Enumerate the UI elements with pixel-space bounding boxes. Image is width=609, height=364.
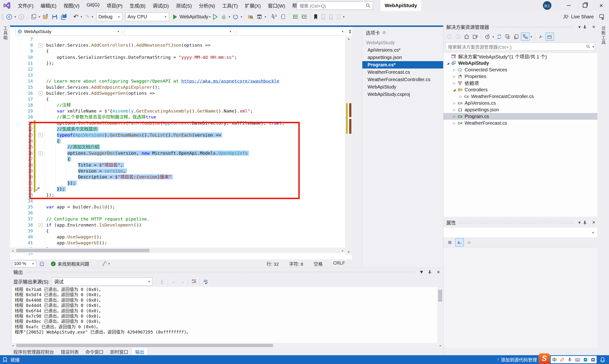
navigate-caret[interactable]: ▾ <box>264 15 267 19</box>
fold-collapse-icon[interactable]: − <box>39 133 43 137</box>
output-vertical-scrollbar[interactable] <box>437 287 443 343</box>
tree-item-appsettings-json[interactable]: ▷{}appsettings.json <box>443 106 597 113</box>
code-line[interactable]: 38−if (app.Environment.IsDevelopment()) <box>10 222 345 228</box>
menu-item[interactable]: 文件(F) <box>14 0 37 11</box>
navigate-forward-button[interactable] <box>17 12 26 21</box>
save-all-button[interactable] <box>59 12 69 21</box>
tree-expander[interactable]: ▷ <box>452 121 457 125</box>
minimize-button[interactable] <box>561 0 576 11</box>
close-pane-icon[interactable]: × <box>590 219 597 225</box>
editor-vertical-scrollbar[interactable]: ▲ ▼ <box>345 36 352 255</box>
code-line[interactable]: 27 { <box>10 156 345 162</box>
code-line[interactable]: 13 <box>10 72 345 78</box>
scrollbar-thumb[interactable] <box>438 290 442 302</box>
previous-message-button[interactable]: ← <box>169 278 178 286</box>
code-line[interactable]: 12 <box>10 66 345 72</box>
document-tab-item[interactable]: WebApiStudy.csproj <box>362 91 443 98</box>
tree-item-controllers[interactable]: ◢Controllers <box>443 86 597 93</box>
pane-drag-grip[interactable] <box>25 271 415 273</box>
navigate-home-button[interactable] <box>255 12 264 21</box>
tree-item-weatherforecastcontroller-cs[interactable]: ▷C#WeatherForecastController.cs <box>443 93 597 100</box>
tree-item-program-cs[interactable]: ▷C#Program.cs <box>443 113 597 120</box>
code-line[interactable]: 41 app.UseSwaggerUI(); <box>10 240 345 246</box>
document-tab-item[interactable]: appsettings.json <box>362 54 443 61</box>
se-home-button[interactable] <box>463 33 471 40</box>
code-line[interactable]: 18 //注释 <box>10 102 345 108</box>
fold-collapse-icon[interactable]: − <box>39 91 43 95</box>
increase-indent-button[interactable] <box>300 12 309 21</box>
feedback-icon[interactable] <box>598 14 605 20</box>
codelens-health-icon[interactable] <box>39 261 45 267</box>
se-copy-view-button[interactable] <box>512 33 520 40</box>
scrollbar-thumb[interactable] <box>16 249 149 252</box>
bottom-tab-命令窗口[interactable]: 命令窗口 <box>82 348 107 356</box>
solution-configuration-dropdown[interactable]: Debug ▾ <box>96 13 123 21</box>
open-file-button[interactable] <box>41 12 50 21</box>
tree-expander[interactable]: ▷ <box>452 108 457 112</box>
bottom-tab-输出[interactable]: 输出 <box>131 348 148 356</box>
solution-platform-dropdown[interactable]: Any CPU ▾ <box>125 13 169 21</box>
type-dropdown[interactable]: ▾ <box>124 28 234 36</box>
bottom-tab-程序包管理器控制台[interactable]: 程序包管理器控制台 <box>10 348 57 356</box>
toolbox-tab[interactable]: 工具箱 <box>2 26 8 40</box>
tree-expander[interactable]: ◢ <box>445 61 451 65</box>
ime-tool-icon[interactable] <box>583 358 588 362</box>
close-pane-icon[interactable]: × <box>590 24 597 30</box>
tree-expander[interactable]: ▷ <box>458 95 463 98</box>
se-properties-button[interactable] <box>537 33 545 40</box>
next-message-button[interactable]: → <box>178 278 186 286</box>
find-in-files-button[interactable] <box>246 12 255 21</box>
pin-icon[interactable] <box>426 270 434 274</box>
diagnostic-tools-tab[interactable]: 诊断工具 <box>600 26 606 45</box>
pin-icon[interactable] <box>583 25 590 29</box>
code-line[interactable]: 31 }); <box>10 180 345 186</box>
code-line[interactable]: 19 var xmlFileName = $"{Assembly.GetExec… <box>10 108 345 114</box>
go-to-definition-button[interactable] <box>270 12 279 21</box>
menu-item[interactable]: 调试(D) <box>149 0 172 11</box>
scroll-up-icon[interactable]: ▲ <box>345 36 352 41</box>
new-project-caret[interactable]: ▾ <box>38 15 41 19</box>
ime-pen-icon[interactable] <box>560 358 564 362</box>
menu-item[interactable]: 生成(B) <box>126 0 149 11</box>
code-line[interactable]: 15builder.Services.AddEndpointsApiExplor… <box>10 84 345 90</box>
ime-skin-icon[interactable] <box>591 358 595 362</box>
undo-caret[interactable]: ▾ <box>80 15 83 19</box>
clear-bookmarks-button[interactable] <box>335 12 342 21</box>
tree-expander[interactable]: ▷ <box>452 68 457 72</box>
tree-item-properties[interactable]: ▷Properties <box>443 73 597 80</box>
se-switch-views-button[interactable] <box>471 33 479 40</box>
se-sync-with-active-document-toggle[interactable] <box>521 33 530 41</box>
redo-caret[interactable]: ▾ <box>91 15 94 19</box>
jump-to-message-button[interactable] <box>158 278 166 286</box>
code-line[interactable]: 39{ <box>10 228 345 234</box>
scroll-right-icon[interactable]: ▸ <box>438 343 443 348</box>
restart-caret[interactable]: ▾ <box>240 15 243 19</box>
toggle-bookmark-button[interactable] <box>312 12 320 21</box>
scroll-left-icon[interactable]: ◂ <box>10 343 15 348</box>
code-line[interactable]: 17{ <box>10 96 345 102</box>
hot-reload-caret[interactable]: ▾ <box>228 15 231 19</box>
se-sync-button[interactable] <box>495 33 503 40</box>
code-cleanup-icon[interactable] <box>102 261 107 267</box>
toolbar-drag-handle[interactable] <box>1 13 3 20</box>
tree-item--[interactable]: ▷依赖项 <box>443 80 597 86</box>
quick-actions-icon[interactable] <box>35 186 40 192</box>
close-pane-icon[interactable]: × <box>434 269 443 275</box>
properties-wrench-icon[interactable] <box>465 239 473 246</box>
add-to-source-control-button[interactable]: ↑ 添加到源代码管理 <box>497 356 537 363</box>
gear-icon[interactable]: ⚙ <box>382 30 386 35</box>
tree-item-weatherforecast-cs[interactable]: ▷C#WeatherForecast.cs <box>443 120 597 126</box>
tree-expander[interactable]: ▷ <box>452 75 457 78</box>
redo-button[interactable]: ↷ <box>83 12 91 21</box>
eol-indicator[interactable]: CRLF <box>333 260 345 267</box>
menu-item[interactable]: 分析(N) <box>195 0 219 11</box>
previous-bookmark-button[interactable] <box>320 12 327 21</box>
code-line[interactable]: 29 Version = version, <box>10 168 345 174</box>
code-line[interactable]: 36 <box>10 210 345 216</box>
pane-menu-caret[interactable]: ▼ <box>417 269 426 275</box>
document-tab-item[interactable]: WeatherForecastController.cs <box>362 76 443 83</box>
user-avatar[interactable]: 创上 <box>543 1 551 10</box>
new-project-button[interactable] <box>29 12 38 21</box>
code-line[interactable]: 11}); <box>10 60 345 66</box>
bottom-tab-错误列表[interactable]: 错误列表 <box>57 348 82 356</box>
